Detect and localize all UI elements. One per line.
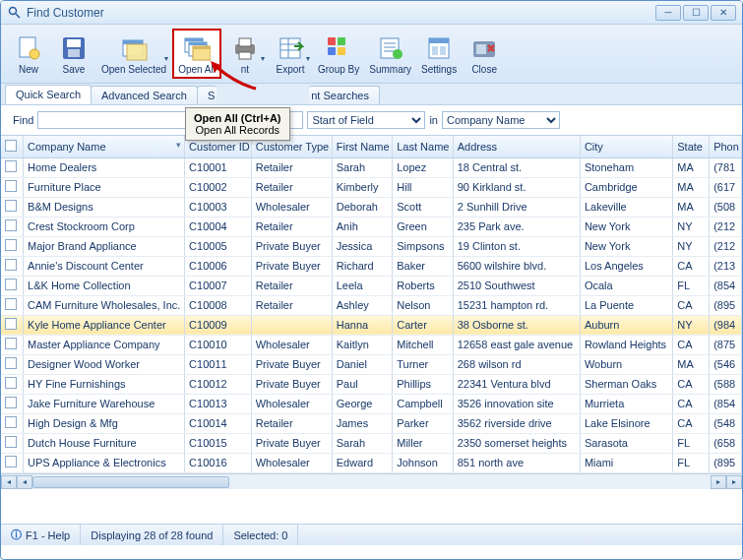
table-row[interactable]: Jake Furniture WarehouseC10013Wholesaler… (1, 394, 742, 413)
tab-advanced-search[interactable]: Advanced Search (91, 86, 198, 104)
cell-cid: C10006 (185, 256, 252, 276)
table-row[interactable]: L&K Home CollectionC10007RetailerLeelaRo… (1, 276, 742, 295)
in-label: in (429, 114, 438, 126)
cell-addr: 22341 Ventura blvd (453, 374, 580, 394)
row-checkbox[interactable] (5, 456, 17, 467)
match-select[interactable]: Start of Field (307, 111, 425, 129)
tab-quick-search[interactable]: Quick Search (5, 85, 92, 104)
scroll-right-arrow-2[interactable]: ▸ (711, 475, 726, 489)
row-checkbox[interactable] (5, 397, 17, 408)
table-row[interactable]: Major Brand ApplianceC10005Private Buyer… (1, 236, 742, 256)
tab-nt-searches[interactable]: nt Searches (309, 86, 380, 104)
row-checkbox[interactable] (5, 259, 17, 271)
col-first-name[interactable]: First Name (332, 136, 393, 157)
help-status[interactable]: ⓘ F1 - Help (1, 525, 81, 545)
table-row[interactable]: Dutch House FurnitureC10015Private Buyer… (1, 433, 742, 453)
cell-phone: (548 (710, 413, 742, 433)
col-address[interactable]: Address (453, 136, 580, 157)
row-checkbox[interactable] (5, 200, 17, 212)
table-row[interactable]: High Design & MfgC10014RetailerJamesPark… (1, 413, 742, 433)
table-row[interactable]: Furniture PlaceC10002RetailerKimberlyHil… (1, 177, 742, 197)
tab-s[interactable]: S (197, 86, 217, 104)
table-row[interactable]: Home DealersC10001RetailerSarahLopez18 C… (1, 157, 742, 177)
svg-rect-35 (440, 46, 446, 55)
summary-button[interactable]: Summary (365, 31, 415, 77)
table-row[interactable]: Annie's Discount CenterC10006Private Buy… (1, 256, 742, 276)
row-checkbox[interactable] (5, 298, 17, 310)
cell-state: FL (673, 433, 710, 453)
table-row[interactable]: UPS Appliance & ElectronicsC10016Wholesa… (1, 453, 742, 472)
scroll-thumb[interactable] (32, 476, 229, 488)
open-all-button[interactable]: Open All (172, 29, 221, 79)
horizontal-scrollbar[interactable]: ◂ ◂ ▸ ▸ (1, 473, 742, 489)
row-checkbox[interactable] (5, 436, 17, 448)
svg-rect-17 (239, 38, 251, 46)
titlebar: Find Customer ─ ☐ ✕ (1, 1, 742, 25)
field-select[interactable]: Company Name (442, 111, 560, 129)
close-window-button[interactable]: ✕ (711, 5, 736, 21)
table-row[interactable]: Master Appliance CompanyC10010Wholesaler… (1, 335, 742, 354)
scroll-left-arrow[interactable]: ◂ (1, 475, 17, 489)
row-checkbox[interactable] (5, 279, 17, 290)
group-by-button[interactable]: Group By (314, 31, 363, 77)
cell-city: Miami (580, 453, 672, 472)
cell-company: Major Brand Appliance (24, 236, 185, 256)
cell-fname: George (332, 394, 393, 413)
col-city[interactable]: City (580, 136, 672, 157)
table-row[interactable]: HY Fine FurnishingsC10012Private BuyerPa… (1, 374, 742, 394)
row-checkbox[interactable] (5, 416, 17, 428)
cell-phone: (508 (710, 197, 742, 217)
cell-addr: 12658 east gale avenue (453, 335, 580, 354)
cell-fname: Leela (332, 276, 393, 295)
app-icon (7, 5, 23, 21)
filter-icon[interactable]: ▾ (176, 140, 181, 150)
cell-ctype: Private Buyer (251, 236, 332, 256)
col-state[interactable]: State (673, 136, 710, 157)
scroll-left-arrow-2[interactable]: ◂ (17, 475, 32, 489)
row-checkbox[interactable] (5, 180, 17, 192)
row-checkbox[interactable] (5, 239, 17, 251)
table-row[interactable]: Kyle Home Appliance CenterC10009HannaCar… (1, 315, 742, 335)
row-checkbox[interactable] (5, 219, 17, 231)
row-checkbox[interactable] (5, 338, 17, 349)
print-button[interactable]: nt ▾ (223, 31, 267, 77)
svg-point-31 (393, 49, 402, 59)
export-button[interactable]: Export ▾ (269, 31, 312, 77)
col-last-name[interactable]: Last Name (393, 136, 454, 157)
check-all[interactable] (5, 140, 17, 152)
table-row[interactable]: Crest Stockroom CorpC10004RetailerAnihGr… (1, 217, 742, 236)
col-company[interactable]: Company Name▾ (24, 136, 185, 157)
row-checkbox[interactable] (5, 377, 17, 389)
cell-cid: C10002 (185, 177, 252, 197)
cell-phone: (854 (710, 276, 742, 295)
svg-rect-18 (239, 52, 251, 59)
scroll-right-arrow[interactable]: ▸ (726, 475, 742, 489)
new-button[interactable]: New (7, 31, 50, 77)
cell-phone: (984 (710, 315, 742, 335)
table-row[interactable]: B&M DesignsC10003WholesalerDeborahScott2… (1, 197, 742, 217)
cell-lname: Nelson (393, 295, 454, 315)
cell-cid: C10016 (185, 453, 252, 472)
window-title: Find Customer (27, 6, 655, 20)
open-selected-button[interactable]: Open Selected ▾ (97, 31, 170, 77)
cell-state: CA (673, 295, 710, 315)
row-checkbox[interactable] (5, 318, 17, 330)
table-row[interactable]: CAM Furniture Wholesales, Inc.C10008Reta… (1, 295, 742, 315)
row-checkbox[interactable] (5, 160, 17, 172)
cell-state: CA (673, 335, 710, 354)
save-label: Save (63, 64, 86, 75)
col-phone[interactable]: Phon (710, 136, 742, 157)
minimize-button[interactable]: ─ (655, 5, 681, 21)
save-button[interactable]: Save (52, 31, 95, 77)
cell-addr: 851 north ave (453, 453, 580, 472)
cell-addr: 90 Kirkland st. (453, 177, 580, 197)
col-check[interactable] (1, 136, 24, 157)
group-by-label: Group By (318, 64, 359, 75)
close-button[interactable]: Close (463, 31, 506, 77)
settings-button[interactable]: Settings (417, 31, 461, 77)
cell-company: Designer Wood Worker (24, 354, 185, 374)
maximize-button[interactable]: ☐ (683, 5, 709, 21)
row-checkbox[interactable] (5, 357, 17, 369)
status-bar: ⓘ F1 - Help Displaying 28 of 28 found Se… (1, 524, 742, 545)
table-row[interactable]: Designer Wood WorkerC10011Private BuyerD… (1, 354, 742, 374)
